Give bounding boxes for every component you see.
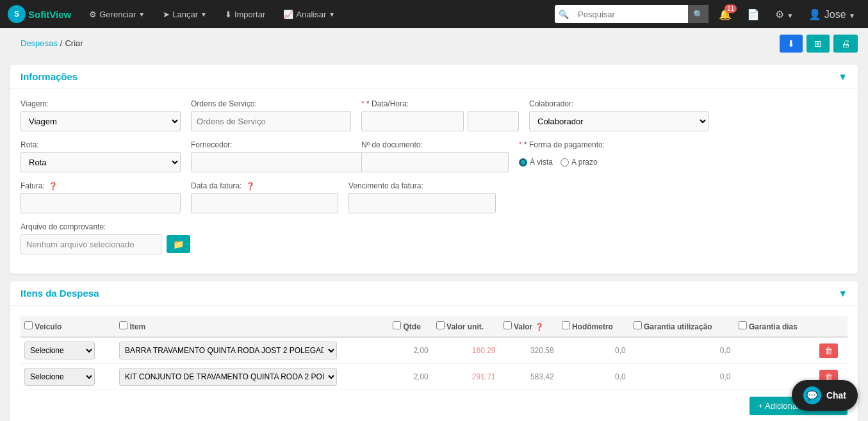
col-actions — [815, 316, 848, 337]
ordens-input[interactable] — [191, 111, 351, 131]
itens-body: Veículo Item Qtde Valor unit. — [10, 306, 858, 421]
select-all-hodometro[interactable] — [562, 321, 570, 329]
breadcrumb: Despesas / Criar — [10, 33, 94, 53]
viagem-select[interactable]: Viagem — [20, 111, 181, 131]
colaborador-select[interactable]: Colaborador — [529, 111, 708, 131]
field-ndoc: Nº de documento: 000258441 — [361, 140, 509, 172]
save-button[interactable]: ⬇ — [780, 35, 803, 53]
datafatura-label: Data da fatura: ❓ — [191, 181, 338, 190]
datafatura-input[interactable] — [191, 193, 338, 213]
ordens-label: Ordens de Serviço: — [191, 99, 351, 108]
fatura-input[interactable] — [20, 193, 181, 213]
nav-item-gerenciar[interactable]: ⚙ Gerenciar ▼ — [83, 6, 151, 23]
search-input[interactable] — [573, 10, 688, 19]
nav-item-importar[interactable]: ⬇ Importar — [218, 6, 272, 23]
data-input[interactable]: 27/08/2020 — [361, 111, 464, 131]
print-button[interactable]: 🖨 — [833, 35, 858, 53]
cell-garantia-dias — [735, 337, 816, 364]
cell-garantia-util: 0,0 — [630, 364, 735, 390]
select-all-qtde[interactable] — [393, 321, 401, 329]
gear-icon: ⚙ — [89, 10, 97, 19]
breadcrumb-parent[interactable]: Despesas — [20, 38, 58, 48]
fornecedor-label: Fornecedor: — [191, 140, 351, 149]
select-all-valor-unit[interactable] — [436, 321, 445, 329]
cell-valor: 583,42 — [500, 364, 558, 390]
itens-header: Itens da Despesa ▼ — [10, 281, 858, 306]
informacoes-header: Informações ▼ — [10, 65, 858, 89]
field-fatura: Fatura: ❓ — [20, 181, 181, 213]
header-actions: ⬇ ⊞ 🖨 — [780, 35, 858, 53]
field-vencimento: Vencimento da fatura: — [348, 181, 496, 213]
import-icon: ⬇ — [225, 10, 232, 19]
col-valor: Valor ❓ — [500, 316, 558, 337]
items-table: Veículo Item Qtde Valor unit. — [20, 316, 848, 390]
col-valor-unit: Valor unit. — [432, 316, 500, 337]
cell-item: BARRA TRAVAMENTO QUINTA RODA JOST 2 POLE… — [115, 337, 389, 364]
cell-hodometro: 0,0 — [558, 364, 630, 390]
vencimento-input[interactable] — [348, 193, 496, 213]
notifications-badge: 11 — [725, 4, 737, 13]
field-ordens: Ordens de Serviço: — [191, 99, 351, 131]
cell-qtde: 2,00 — [389, 364, 432, 390]
itens-title: Itens da Despesa — [20, 288, 99, 299]
ndoc-input[interactable]: 000258441 — [361, 152, 509, 172]
arquivo-label: Arquivo do comprovante: — [20, 222, 213, 231]
informacoes-body: Viagem: Viagem Ordens de Serviço: * * Da… — [10, 89, 858, 274]
fpagto-label: * * Forma de pagamento: — [519, 140, 647, 149]
cell-valor: 320,58 — [500, 337, 558, 364]
fpagto-aprazo-option[interactable]: A prazo — [561, 158, 598, 167]
collapse-icon[interactable]: ▼ — [838, 71, 848, 82]
rota-label: Rota: — [20, 140, 181, 149]
rota-select[interactable]: Rota — [20, 152, 181, 172]
table-row: Selecione BARRA TRAVAMENTO QUINTA RODA J… — [20, 337, 848, 364]
select-all-valor[interactable] — [504, 321, 512, 329]
select-all-item[interactable] — [119, 321, 127, 329]
field-colaborador: Colaborador: Colaborador — [529, 99, 708, 131]
select-all-veiculo[interactable] — [24, 321, 33, 329]
veiculo-select-1[interactable]: Selecione — [24, 368, 95, 386]
fpagto-aprazo-radio[interactable] — [561, 158, 569, 167]
fatura-help-icon: ❓ — [49, 182, 58, 190]
fpagto-radio-group: À vista A prazo — [519, 152, 647, 172]
main-content: Informações ▼ Viagem: Viagem Ordens de S… — [0, 58, 868, 421]
cell-hodometro: 0,0 — [558, 337, 630, 364]
informacoes-card: Informações ▼ Viagem: Viagem Ordens de S… — [10, 65, 858, 274]
export-button[interactable]: ⊞ — [807, 35, 830, 53]
breadcrumb-current: Criar — [65, 38, 83, 48]
delete-row-button-0[interactable]: 🗑 — [819, 343, 838, 358]
settings-icon[interactable]: ⚙ ▼ — [770, 6, 798, 23]
field-fpagto: * * Forma de pagamento: À vista A prazo — [519, 140, 647, 172]
search-button[interactable]: 🔍 — [688, 5, 708, 23]
cell-veiculo: Selecione — [20, 364, 115, 390]
chat-bubble[interactable]: 💬 Chat — [792, 380, 858, 411]
fornecedor-input[interactable]: SOFITPEÇAS (25.852.524/0001-31) — [191, 152, 383, 172]
field-fornecedor: Fornecedor: SOFITPEÇAS (25.852.524/0001-… — [191, 140, 351, 172]
table-header-row: Veículo Item Qtde Valor unit. — [20, 316, 848, 337]
select-all-garantia-util[interactable] — [634, 321, 642, 329]
nav-item-analisar[interactable]: 📈 Analisar ▼ — [277, 6, 341, 23]
chevron-down-icon: ▼ — [787, 12, 793, 19]
documents-icon[interactable]: 📄 — [742, 6, 765, 23]
field-datafatura: Data da fatura: ❓ — [191, 181, 338, 213]
collapse-icon[interactable]: ▼ — [838, 288, 848, 299]
item-select-0[interactable]: BARRA TRAVAMENTO QUINTA RODA JOST 2 POLE… — [119, 342, 337, 359]
informacoes-title: Informações — [20, 71, 78, 82]
chevron-down-icon: ▼ — [849, 12, 855, 19]
datafatura-help-icon: ❓ — [246, 182, 255, 190]
item-select-1[interactable]: KIT CONJUNTO DE TRAVAMENTO QUINTA RODA 2… — [119, 368, 337, 386]
nav-item-lancar[interactable]: ➤ Lançar ▼ — [156, 6, 213, 23]
chat-icon: 💬 — [803, 386, 821, 404]
notifications-bell[interactable]: 🔔 11 — [714, 6, 737, 23]
breadcrumb-separator: / — [60, 38, 63, 48]
cell-item: KIT CONJUNTO DE TRAVAMENTO QUINTA RODA 2… — [115, 364, 389, 390]
app-logo[interactable]: S SofitView — [8, 5, 71, 23]
user-menu[interactable]: 👤 Jose ▼ — [803, 6, 860, 23]
veiculo-select-0[interactable]: Selecione — [24, 342, 95, 359]
fpagto-avista-radio[interactable] — [519, 158, 527, 167]
hora-input[interactable]: 16:48 — [468, 111, 519, 131]
fatura-label: Fatura: ❓ — [20, 181, 181, 190]
select-all-garantia-dias[interactable] — [739, 321, 747, 329]
file-upload-button[interactable]: 📁 — [167, 235, 190, 253]
breadcrumb-row: Despesas / Criar ⬇ ⊞ 🖨 — [0, 28, 868, 58]
fpagto-avista-option[interactable]: À vista — [519, 158, 553, 167]
